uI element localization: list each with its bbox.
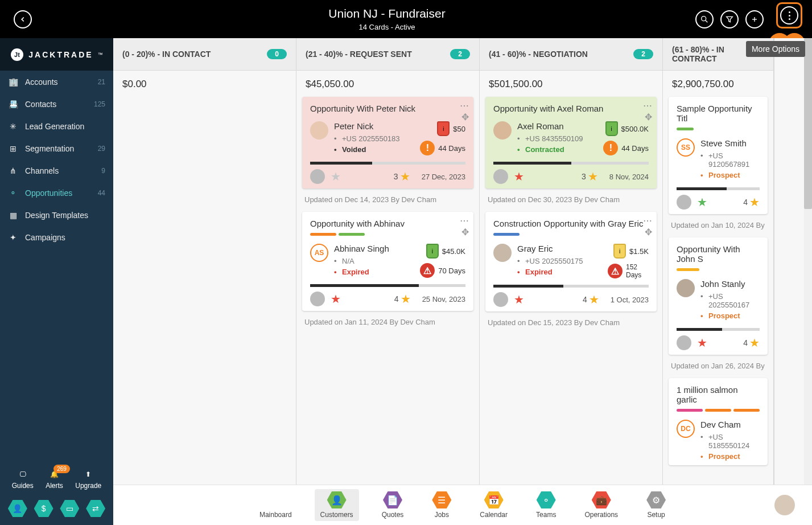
card-date: 1 Oct, 2023 — [611, 296, 649, 304]
card-date: 25 Nov, 2023 — [422, 295, 465, 303]
column-total: $0.00 — [122, 79, 287, 90]
card-title: Opportunity with Abhinav — [302, 212, 473, 233]
column-header: (0 - 20)% - IN CONTACT 0 — [113, 38, 296, 71]
opportunity-card[interactable]: 1 million salmon garlic DC Dev Cham +US … — [669, 378, 768, 465]
contact-status: Prospect — [700, 452, 760, 461]
bottomnav-quotes[interactable]: 📄Quotes — [376, 489, 410, 521]
rating-star-icon: ★ — [588, 170, 598, 183]
header-actions — [695, 10, 764, 28]
star-icon[interactable]: ★ — [514, 293, 524, 306]
contact-phone: +US 5185550124 — [700, 433, 760, 450]
star-icon[interactable]: ★ — [697, 336, 707, 350]
shield-icon: i — [437, 121, 450, 136]
column-count-pill: 0 — [267, 49, 287, 59]
hex-btn-4[interactable]: ⇄ — [86, 500, 105, 517]
bottomnav-teams[interactable]: ⚬Teams — [530, 489, 562, 521]
bottomnav-calendar[interactable]: 📅Calendar — [474, 489, 513, 521]
star-icon[interactable]: ★ — [331, 170, 341, 183]
contact-name: Peter Nick — [334, 121, 414, 131]
card-menu-icon[interactable]: ⋯ — [643, 100, 652, 111]
add-button[interactable] — [745, 10, 764, 28]
owner-avatar — [493, 292, 508, 307]
card-menu-icon[interactable]: ⋯ — [460, 215, 469, 226]
bottomnav-jobs[interactable]: ☰Jobs — [426, 489, 457, 521]
star-icon[interactable]: ★ — [697, 195, 707, 209]
search-button[interactable] — [695, 10, 714, 28]
bottomnav-operations[interactable]: 💼Operations — [579, 489, 624, 521]
upgrade-button[interactable]: ⬆Upgrade — [75, 470, 101, 490]
contact-phone: +US 9120567891 — [700, 151, 760, 169]
scrollbar-thumb[interactable] — [804, 38, 812, 209]
building-icon: 🏢 — [8, 77, 18, 87]
card-amount: $1.5K — [629, 247, 649, 256]
card-days: 44 Days — [621, 144, 649, 153]
more-options-tooltip: More Options — [746, 41, 805, 57]
logo[interactable]: Jt JACKTRADE™ — [0, 38, 113, 71]
opportunity-card[interactable]: Sample Opportunity Titl SS Steve Smith +… — [669, 97, 768, 214]
template-icon: ▦ — [8, 210, 18, 220]
drag-icon[interactable]: ✥ — [645, 112, 652, 122]
bottomnav-customers[interactable]: 👤Customers — [315, 489, 359, 521]
hex-btn-3[interactable]: ▭ — [60, 500, 79, 517]
drag-icon[interactable]: ✥ — [461, 227, 469, 237]
card-title: Opportunity With John S — [669, 237, 768, 268]
sidebar-item-leadgen[interactable]: ✳Lead Generation — [0, 115, 113, 137]
hex-btn-2[interactable]: $ — [34, 500, 53, 517]
header-right-strip — [774, 0, 812, 38]
opportunity-card[interactable]: ⋯ ✥ Opportunity with Axel Roman Axel Rom… — [485, 97, 657, 188]
contact-status: Prospect — [700, 171, 760, 179]
drag-icon[interactable]: ✥ — [645, 227, 652, 237]
star-icon[interactable]: ★ — [514, 170, 524, 183]
svg-marker-2 — [727, 17, 733, 22]
column-total: $501,500.00 — [489, 79, 653, 90]
sidebar-nav: 🏢Accounts21 📇Contacts125 ✳Lead Generatio… — [0, 71, 113, 464]
back-button[interactable] — [14, 10, 32, 28]
star-icon[interactable]: ★ — [331, 292, 341, 306]
kanban-board: (0 - 20)% - IN CONTACT 0 $0.00 (21 - 40)… — [113, 38, 774, 485]
alerts-button[interactable]: 269🔔Alerts — [46, 470, 63, 490]
opportunity-card[interactable]: ⋯ ✥ Construction Opportunity with Gray E… — [485, 212, 657, 311]
sidebar-item-segmentation[interactable]: ⊞Segmentation29 — [0, 137, 113, 159]
opportunity-card[interactable]: ⋯ ✥ Opportunity With Peter Nick Peter Ni… — [302, 97, 473, 188]
user-avatar[interactable] — [774, 495, 795, 515]
channels-icon: ⋔ — [8, 166, 18, 176]
card-title: Construction Opportunity with Gray Eric — [485, 212, 657, 233]
hex-btn-1[interactable]: 👤 — [8, 500, 27, 517]
warning-icon: ! — [420, 141, 435, 155]
opportunity-card[interactable]: ⋯ ✥ Opportunity with Abhinav AS Abhinav … — [302, 212, 473, 311]
column-header: (21 - 40)% - REQUEST SENT 2 — [296, 38, 479, 71]
card-amount: $45.0K — [442, 247, 465, 256]
card-menu-icon[interactable]: ⋯ — [460, 100, 469, 111]
sidebar-item-templates[interactable]: ▦Design Templates — [0, 204, 113, 226]
topbar: Union NJ - Fundraiser 14 Cards - Active — [0, 0, 774, 38]
contact-name: Abhinav Singh — [334, 244, 414, 253]
contact-name: Gray Eric — [517, 244, 602, 253]
scrollbar-track[interactable] — [804, 38, 812, 485]
owner-avatar — [493, 169, 508, 184]
sidebar-item-opportunities[interactable]: ⚬Opportunities44 — [0, 182, 113, 204]
opportunity-card[interactable]: Opportunity With John S John Stanly +US … — [669, 237, 768, 355]
filter-button[interactable] — [720, 10, 739, 28]
sidebar-item-channels[interactable]: ⋔Channels9 — [0, 159, 113, 182]
owner-avatar — [310, 292, 325, 306]
card-updated: Updated on Dec 30, 2023 By Dev Cham — [485, 192, 657, 212]
column-header: (41 - 60)% - NEGOTIATION 2 — [480, 38, 662, 71]
opportunities-icon: ⚬ — [8, 188, 18, 198]
sidebar-item-campaigns[interactable]: ✦Campaigns — [0, 226, 113, 248]
column-total: $45,050.00 — [306, 79, 470, 90]
sidebar-item-accounts[interactable]: 🏢Accounts21 — [0, 71, 113, 93]
bottomnav-mainboard[interactable]: ◐Mainboard — [254, 489, 298, 521]
owner-avatar — [677, 335, 691, 350]
drag-icon[interactable]: ✥ — [461, 112, 469, 122]
card-menu-icon[interactable]: ⋯ — [643, 215, 652, 226]
warning-icon: ⚠ — [420, 263, 435, 278]
guides-button[interactable]: 🖵Guides — [12, 470, 34, 490]
contact-status: Contracted — [517, 145, 597, 154]
card-updated: Updated on Jan 11, 2024 By Dev Cham — [302, 314, 473, 334]
monitor-icon: 🖵 — [19, 470, 26, 478]
contact-status: Expired — [517, 268, 602, 276]
sidebar-item-contacts[interactable]: 📇Contacts125 — [0, 93, 113, 115]
up-arrow-icon: ⬆ — [85, 470, 91, 478]
more-options-button[interactable] — [776, 2, 802, 28]
bottomnav-setup[interactable]: ⚙Setup — [641, 489, 671, 521]
